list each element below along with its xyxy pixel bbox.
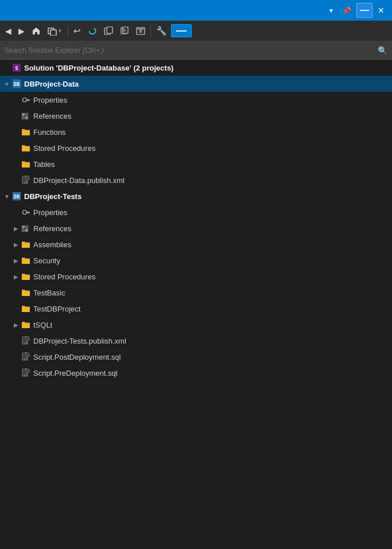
svg-rect-38: [22, 229, 25, 232]
svg-rect-20: [25, 113, 28, 116]
solution-explorer-tree: S Solution 'DBProject-Database' (2 proje…: [0, 60, 392, 549]
svg-rect-1: [51, 30, 56, 36]
folder-icon: [21, 159, 31, 169]
tree-item-stored-procedures1[interactable]: Stored Procedures: [0, 140, 392, 156]
refresh-btn[interactable]: [85, 25, 100, 37]
close-btn[interactable]: ✕: [375, 4, 387, 17]
expand-arrow[interactable]: [2, 81, 11, 87]
tree-item-dbproject-data[interactable]: DB DBProject-Data: [0, 76, 392, 92]
tree-item-script-pre[interactable]: sql Script.PreDeployment.sql: [0, 365, 392, 381]
tree-label: Assemblies: [33, 240, 71, 249]
svg-text:DB: DB: [14, 81, 20, 87]
title-bar-controls: ▼ 📌 — ✕: [325, 3, 387, 18]
svg-point-32: [23, 211, 27, 215]
tree-item-script-post[interactable]: sql Script.PostDeployment.sql: [0, 349, 392, 365]
home-icon: [32, 26, 41, 36]
xml-icon: xml: [21, 336, 31, 345]
svg-text:S: S: [15, 65, 18, 71]
tree-item-testbasic[interactable]: TestBasic: [0, 285, 392, 301]
collapse-arrow[interactable]: [11, 274, 21, 280]
sync-btn[interactable]: ▼: [45, 25, 65, 37]
tree-label: tSQLt: [33, 321, 52, 329]
filter-icon: [136, 26, 145, 36]
folder-icon: [21, 127, 31, 137]
tree-item-properties2[interactable]: Properties: [0, 204, 392, 220]
svg-text:xml: xml: [24, 181, 28, 184]
title-bar: ▼ 📌 — ✕: [0, 0, 392, 21]
collapse-arrow[interactable]: [11, 322, 21, 328]
folder-icon: [21, 272, 31, 281]
filter-btn[interactable]: [133, 25, 148, 37]
tree-label: References: [33, 112, 71, 120]
forward-btn[interactable]: ▶: [15, 25, 28, 37]
tree-item-tables[interactable]: Tables: [0, 156, 392, 172]
tree-item-security[interactable]: Security: [0, 252, 392, 268]
tree-item-tsqlt[interactable]: tSQLt: [0, 317, 392, 333]
tree-label: Properties: [33, 208, 67, 217]
separator-1: [68, 26, 68, 36]
folder-icon: [21, 320, 31, 329]
dash-btn[interactable]: —: [171, 24, 192, 37]
svg-rect-19: [22, 113, 25, 116]
refresh-icon: [88, 26, 97, 36]
svg-rect-37: [25, 225, 28, 228]
tree-label: DBProject-Tests: [24, 192, 81, 201]
refs-icon: [21, 224, 31, 233]
copy-btn[interactable]: [101, 25, 116, 37]
svg-text:DB: DB: [14, 194, 20, 200]
tree-item-dbproject-tests[interactable]: DB DBProject-Tests: [0, 188, 392, 204]
minimize-btn[interactable]: —: [356, 3, 372, 18]
search-icon: 🔍: [378, 46, 387, 55]
svg-rect-21: [22, 116, 25, 119]
db-icon: DB: [11, 192, 22, 201]
solution-icon: S: [11, 63, 22, 72]
toolbar: ◀ ▶ ▼ ↩: [0, 21, 392, 41]
home-btn[interactable]: [29, 25, 44, 37]
tree-item-properties1[interactable]: Properties: [0, 92, 392, 108]
expand-arrow[interactable]: [2, 193, 11, 200]
tree-label: TestDBProject: [33, 305, 80, 313]
tree-label: DBProject-Data: [24, 80, 79, 88]
dropdown-arrow-btn[interactable]: ▼: [325, 6, 337, 15]
svg-text:sql: sql: [24, 357, 28, 360]
tree-label: References: [33, 224, 71, 233]
key-icon: [21, 95, 31, 104]
back-btn[interactable]: ◀: [2, 25, 14, 37]
pin-btn[interactable]: 📌: [339, 5, 354, 17]
svg-rect-22: [25, 116, 28, 119]
db-icon: DB: [11, 79, 22, 88]
collapse-arrow[interactable]: [11, 242, 21, 248]
tree-label: Properties: [33, 96, 67, 104]
undo-btn[interactable]: ↩: [71, 24, 84, 38]
collapse-arrow[interactable]: [11, 258, 21, 264]
separator-2: [150, 26, 151, 36]
sql-icon: sql: [21, 352, 31, 361]
tree-label: DBProject-Tests.publish.xml: [33, 337, 126, 345]
refs-icon: [21, 111, 31, 120]
svg-rect-39: [25, 229, 28, 232]
tree-item-references2[interactable]: References: [0, 220, 392, 236]
tree-label: Tables: [33, 160, 55, 169]
tree-item-solution[interactable]: S Solution 'DBProject-Database' (2 proje…: [0, 60, 392, 76]
tree-item-references1[interactable]: References: [0, 108, 392, 124]
svg-rect-3: [107, 27, 112, 33]
tree-item-publish1[interactable]: xml DBProject-Data.publish.xml: [0, 172, 392, 188]
settings-btn[interactable]: 🔧: [153, 24, 170, 38]
svg-point-15: [23, 98, 27, 102]
search-bar: 🔍: [0, 41, 392, 60]
tree-item-functions[interactable]: Functions: [0, 124, 392, 140]
collapse-arrow[interactable]: [11, 225, 21, 232]
tree-label: TestBasic: [33, 289, 65, 297]
copy2-btn[interactable]: [117, 25, 132, 37]
tree-item-publish2[interactable]: xml DBProject-Tests.publish.xml: [0, 333, 392, 349]
tree-item-assemblies[interactable]: Assemblies: [0, 236, 392, 252]
tree-label: Stored Procedures: [33, 272, 95, 281]
folder-icon: [21, 304, 31, 313]
tree-item-testdbproject[interactable]: TestDBProject: [0, 301, 392, 317]
folder-icon: [21, 143, 31, 153]
tree-label: Script.PostDeployment.sql: [33, 353, 121, 361]
tree-item-stored-procedures2[interactable]: Stored Procedures: [0, 268, 392, 285]
search-input[interactable]: [5, 46, 378, 54]
xml-icon: xml: [21, 176, 31, 185]
sync-icon: [48, 26, 57, 36]
